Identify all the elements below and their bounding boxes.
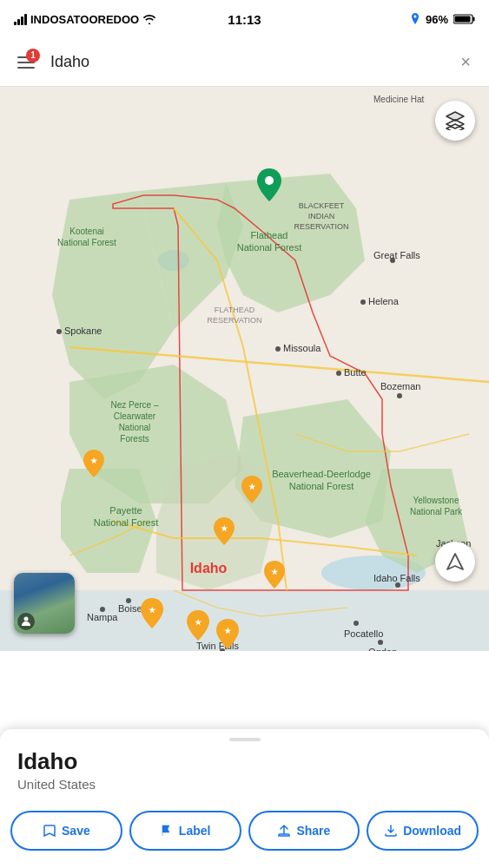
- signal-icon: [14, 14, 27, 25]
- svg-text:Helena: Helena: [368, 296, 400, 306]
- status-bar: INDOSATOOREDOO 11:13 96%: [0, 0, 489, 38]
- svg-point-34: [336, 371, 341, 376]
- svg-text:Kootenai: Kootenai: [69, 227, 103, 236]
- svg-text:National Forest: National Forest: [94, 517, 159, 528]
- share-icon: [277, 824, 291, 838]
- svg-text:Nampa: Nampa: [87, 612, 118, 622]
- svg-text:★: ★: [221, 524, 228, 533]
- svg-text:Missoula: Missoula: [283, 343, 321, 353]
- map-area[interactable]: Medicine Hat Kootenai National Forest BL…: [0, 87, 489, 651]
- svg-text:★: ★: [271, 568, 279, 576]
- battery-area: 96%: [410, 13, 475, 26]
- svg-text:National Forest: National Forest: [57, 238, 116, 247]
- svg-point-52: [378, 640, 383, 645]
- svg-text:Beaverhead-Deerlodge: Beaverhead-Deerlodge: [272, 469, 371, 479]
- street-view-person-icon: [17, 613, 35, 630]
- bottom-panel: Idaho United States Save Label Share Dow: [0, 729, 489, 868]
- wifi-icon: [142, 14, 156, 24]
- svg-text:★: ★: [149, 606, 156, 615]
- svg-text:National Park: National Park: [410, 507, 463, 516]
- search-bar: 1 ×: [0, 38, 489, 87]
- download-button[interactable]: Download: [367, 811, 479, 851]
- share-label: Share: [296, 824, 330, 838]
- svg-text:Ogden: Ogden: [368, 647, 397, 651]
- flag-icon: [160, 824, 174, 838]
- svg-text:★: ★: [248, 483, 256, 491]
- svg-point-36: [397, 393, 402, 398]
- map-layers-button[interactable]: [435, 101, 475, 141]
- svg-text:Great Falls: Great Falls: [373, 250, 420, 260]
- svg-text:Spokane: Spokane: [64, 326, 102, 336]
- notification-badge: 1: [26, 49, 40, 62]
- search-input[interactable]: [50, 53, 444, 71]
- carrier-name: INDOSATOOREDOO: [30, 13, 139, 26]
- svg-text:★: ★: [195, 618, 202, 627]
- svg-text:RESERVATION: RESERVATION: [294, 222, 348, 231]
- status-time: 11:13: [228, 12, 261, 27]
- svg-text:National: National: [119, 423, 151, 432]
- svg-text:Idaho: Idaho: [190, 561, 228, 575]
- clear-search-button[interactable]: ×: [453, 49, 479, 76]
- svg-text:FLATHEAD: FLATHEAD: [215, 306, 255, 314]
- street-view-thumbnail[interactable]: [14, 573, 75, 634]
- svg-point-61: [265, 176, 274, 185]
- download-label: Download: [403, 824, 461, 838]
- label-label: Label: [179, 824, 211, 838]
- svg-text:Yellowstone: Yellowstone: [413, 496, 459, 505]
- svg-point-48: [354, 621, 359, 626]
- navigation-icon: [446, 552, 465, 571]
- svg-text:Idaho Falls: Idaho Falls: [373, 573, 420, 583]
- my-location-button[interactable]: [435, 542, 475, 582]
- svg-text:INDIAN: INDIAN: [308, 212, 335, 220]
- svg-text:★: ★: [90, 457, 98, 465]
- battery-percentage: 96%: [426, 13, 448, 26]
- svg-text:Butte: Butte: [344, 367, 367, 378]
- svg-text:Pocatello: Pocatello: [344, 628, 383, 639]
- label-button[interactable]: Label: [129, 811, 241, 851]
- svg-point-28: [56, 329, 62, 334]
- svg-text:Payette: Payette: [109, 505, 142, 516]
- svg-text:National Forest: National Forest: [289, 481, 354, 491]
- svg-point-62: [24, 617, 29, 621]
- svg-point-32: [360, 299, 366, 305]
- download-icon: [384, 824, 398, 838]
- save-label: Save: [62, 824, 90, 838]
- layers-icon: [446, 111, 465, 130]
- place-subtitle: United States: [0, 777, 489, 804]
- menu-button[interactable]: 1: [10, 47, 42, 78]
- svg-point-30: [275, 346, 281, 352]
- map-svg: Medicine Hat Kootenai National Forest BL…: [0, 87, 489, 651]
- svg-text:Boise: Boise: [118, 603, 142, 614]
- svg-rect-1: [473, 17, 475, 22]
- svg-text:Clearwater: Clearwater: [114, 411, 156, 421]
- carrier-signal: INDOSATOOREDOO: [14, 13, 156, 26]
- save-button[interactable]: Save: [10, 811, 122, 851]
- svg-text:BLACKFEET: BLACKFEET: [299, 201, 345, 210]
- hamburger-icon: [17, 67, 35, 69]
- svg-text:Forests: Forests: [120, 434, 149, 444]
- svg-text:Medicine Hat: Medicine Hat: [373, 95, 425, 104]
- svg-rect-2: [455, 16, 471, 23]
- svg-text:★: ★: [224, 627, 232, 635]
- place-name: Idaho: [0, 741, 489, 777]
- battery-icon: [453, 14, 475, 24]
- svg-text:Bozeman: Bozeman: [380, 381, 420, 391]
- svg-text:Nez Perce –: Nez Perce –: [110, 400, 158, 410]
- svg-text:Flathead: Flathead: [251, 230, 288, 240]
- location-active-icon: [410, 13, 420, 25]
- share-button[interactable]: Share: [248, 811, 360, 851]
- bookmark-icon: [43, 824, 56, 838]
- svg-text:National Forest: National Forest: [237, 242, 302, 253]
- action-buttons-row: Save Label Share Download: [0, 804, 489, 868]
- svg-text:RESERVATION: RESERVATION: [207, 316, 261, 325]
